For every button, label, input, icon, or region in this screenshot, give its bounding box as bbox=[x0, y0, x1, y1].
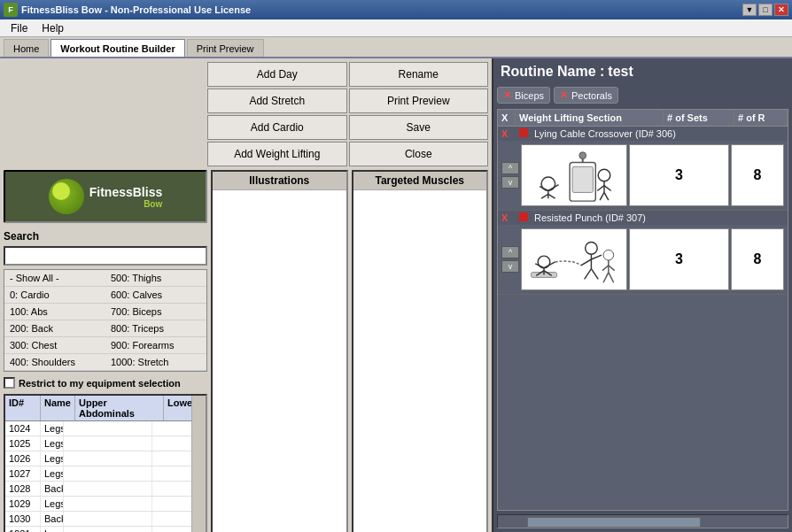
add-weight-lifting-button[interactable]: Add Weight Lifting bbox=[207, 142, 347, 166]
exercise-list: 1024Legs #11 - Hands-on-Knees Leg Stretc… bbox=[5, 421, 206, 532]
cat-stretch[interactable]: 1000: Stretch bbox=[105, 354, 206, 371]
list-item[interactable]: 1027Legs #14 - Side Stretch to Ankles (S… bbox=[5, 466, 206, 482]
exercise-1-title: Lying Cable Crossover (ID# 306) bbox=[519, 128, 784, 139]
table-scrollbar[interactable] bbox=[191, 396, 206, 532]
cat-forearms[interactable]: 900: Forearms bbox=[105, 337, 206, 354]
exercise-2-image bbox=[521, 228, 627, 290]
tab-bar: Home Workout Routine Builder Print Previ… bbox=[0, 37, 792, 58]
targeted-muscles-content bbox=[353, 190, 487, 532]
routine-name-value: test bbox=[608, 64, 633, 80]
search-input[interactable] bbox=[4, 246, 207, 266]
col-name: Name bbox=[41, 396, 75, 420]
cat-chest[interactable]: 300: Chest bbox=[4, 337, 105, 354]
tab-home[interactable]: Home bbox=[4, 39, 49, 57]
biceps-tab[interactable]: ✕ Biceps bbox=[497, 87, 550, 104]
left-body: FitnessBliss Bow Search - Show All - 500… bbox=[4, 170, 488, 532]
section-header: X Weight Lifting Section # of Sets # of … bbox=[498, 110, 788, 127]
restrict-label: Restrict to my equipment selection bbox=[19, 378, 181, 389]
illustrations-content bbox=[213, 190, 346, 532]
exercise-entry-1: X Lying Cable Crossover (ID# 306) ^ v bbox=[498, 127, 788, 211]
action-buttons: Add Day Rename Add Stretch Print Preview… bbox=[207, 62, 488, 166]
exercise-2-down[interactable]: v bbox=[501, 260, 519, 273]
exercise-2-up[interactable]: ^ bbox=[501, 246, 519, 258]
restrict-checkbox[interactable] bbox=[4, 377, 15, 389]
logo-area: FitnessBliss Bow bbox=[4, 170, 207, 223]
routine-name-label: Routine Name : bbox=[501, 64, 604, 80]
minimize-button[interactable]: ▼ bbox=[742, 4, 757, 16]
list-item[interactable]: 1025Legs #12 - Stretch to Ankles (High, … bbox=[5, 436, 206, 451]
menu-file[interactable]: File bbox=[4, 20, 35, 36]
illustrations-header: Illustrations bbox=[213, 172, 346, 190]
tab-workout-routine-builder[interactable]: Workout Routine Builder bbox=[50, 39, 184, 57]
section-reps-col: # of R bbox=[734, 110, 788, 126]
menu-help[interactable]: Help bbox=[35, 20, 71, 36]
save-button[interactable]: Save bbox=[349, 115, 489, 140]
targeted-muscles-panel: Targeted Muscles bbox=[352, 170, 489, 532]
exercise-1-up[interactable]: ^ bbox=[501, 162, 519, 174]
add-day-button[interactable]: Add Day bbox=[207, 62, 347, 87]
close-button[interactable]: ✕ bbox=[774, 4, 788, 16]
exercise-1-image bbox=[521, 144, 627, 206]
bottom-scrollbar-thumb[interactable] bbox=[527, 517, 701, 528]
muscle-tabs: ✕ Biceps ✕ Pectorals bbox=[497, 85, 788, 105]
exercise-1-sets[interactable]: 3 bbox=[629, 144, 729, 206]
app-icon: F bbox=[4, 3, 18, 17]
cat-thighs[interactable]: 500: Thighs bbox=[105, 270, 206, 287]
cat-show-all[interactable]: - Show All - bbox=[4, 270, 105, 287]
exercise-1-nav: ^ v bbox=[501, 162, 519, 189]
add-stretch-button[interactable]: Add Stretch bbox=[207, 89, 347, 113]
logo-icon bbox=[49, 179, 84, 214]
logo-text: FitnessBliss Bow bbox=[89, 185, 162, 209]
tab-print-preview[interactable]: Print Preview bbox=[187, 39, 264, 57]
right-panel: Routine Name : test ✕ Biceps ✕ Pectorals… bbox=[492, 58, 792, 532]
cat-back[interactable]: 200: Back bbox=[4, 320, 105, 337]
cat-calves[interactable]: 600: Calves bbox=[105, 287, 206, 304]
title-bar: F FitnessBliss Bow - Non-Professional Us… bbox=[0, 0, 792, 19]
exercise-1-svg bbox=[522, 145, 626, 205]
search-label: Search bbox=[4, 230, 207, 243]
workout-section: X Weight Lifting Section # of Sets # of … bbox=[497, 109, 788, 511]
list-item[interactable]: 1028Back #6 - Full Body Stretch (Lying o… bbox=[5, 482, 206, 497]
cat-biceps[interactable]: 700: Biceps bbox=[105, 304, 206, 320]
cat-cardio[interactable]: 0: Cardio bbox=[4, 287, 105, 304]
add-cardio-button[interactable]: Add Cardio bbox=[207, 115, 347, 140]
restrict-row: Restrict to my equipment selection bbox=[4, 375, 207, 390]
left-panel: Add Day Rename Add Stretch Print Preview… bbox=[0, 58, 492, 532]
targeted-muscles-header: Targeted Muscles bbox=[353, 172, 487, 190]
exercise-2-reps[interactable]: 8 bbox=[731, 228, 784, 290]
ex-2-num-badge bbox=[519, 212, 528, 221]
logo: FitnessBliss Bow bbox=[49, 179, 162, 214]
close-button[interactable]: Close bbox=[349, 142, 489, 166]
list-item[interactable]: 1030Back #7 - Hip Twist Stretch (Lying o… bbox=[5, 512, 206, 527]
pectorals-tab[interactable]: ✕ Pectorals bbox=[554, 87, 618, 104]
print-preview-button[interactable]: Print Preview bbox=[349, 89, 489, 113]
bottom-scrollbar[interactable] bbox=[497, 514, 788, 528]
exercise-1-detail: ^ v bbox=[498, 141, 788, 210]
list-item[interactable]: 1031Legs #16 - Front Leg Stretch (Lying … bbox=[5, 527, 206, 532]
pectorals-tab-close[interactable]: ✕ bbox=[560, 89, 568, 101]
exercise-2-remove[interactable]: X bbox=[501, 212, 519, 223]
cat-abs[interactable]: 100: Abs bbox=[4, 304, 105, 320]
exercise-1-reps[interactable]: 8 bbox=[731, 144, 784, 206]
maximize-button[interactable]: □ bbox=[758, 4, 773, 16]
cat-shoulders[interactable]: 400: Shoulders bbox=[4, 354, 105, 371]
svg-rect-8 bbox=[572, 166, 593, 192]
biceps-tab-label: Biceps bbox=[515, 90, 544, 101]
exercise-2-title: Resisted Punch (ID# 307) bbox=[519, 212, 784, 223]
exercise-2-sets[interactable]: 3 bbox=[629, 228, 729, 290]
exercise-2-nav: ^ v bbox=[501, 246, 519, 273]
exercise-1-down[interactable]: v bbox=[501, 176, 519, 189]
exercise-table-header: ID# Name Upper Abdominals Lower bbox=[5, 396, 206, 421]
list-item[interactable]: 1029Legs #15 - Side Knee Hold (Lying on … bbox=[5, 497, 206, 512]
exercise-entry-2: X Resisted Punch (ID# 307) ^ v bbox=[498, 211, 788, 295]
list-item[interactable]: 1026Legs #13 - Stretch to Ankles (Low, S… bbox=[5, 451, 206, 466]
rename-button[interactable]: Rename bbox=[349, 62, 489, 87]
title-bar-controls: ▼ □ ✕ bbox=[742, 4, 788, 16]
list-item[interactable]: 1024Legs #11 - Hands-on-Knees Leg Stretc… bbox=[5, 421, 206, 436]
panel-row: Illustrations Targeted Muscles bbox=[211, 170, 488, 532]
col-upper-abs: Upper Abdominals bbox=[75, 396, 164, 420]
svg-point-10 bbox=[579, 152, 586, 159]
biceps-tab-close[interactable]: ✕ bbox=[503, 89, 511, 101]
exercise-1-remove[interactable]: X bbox=[501, 128, 519, 139]
cat-triceps[interactable]: 800: Triceps bbox=[105, 320, 206, 337]
